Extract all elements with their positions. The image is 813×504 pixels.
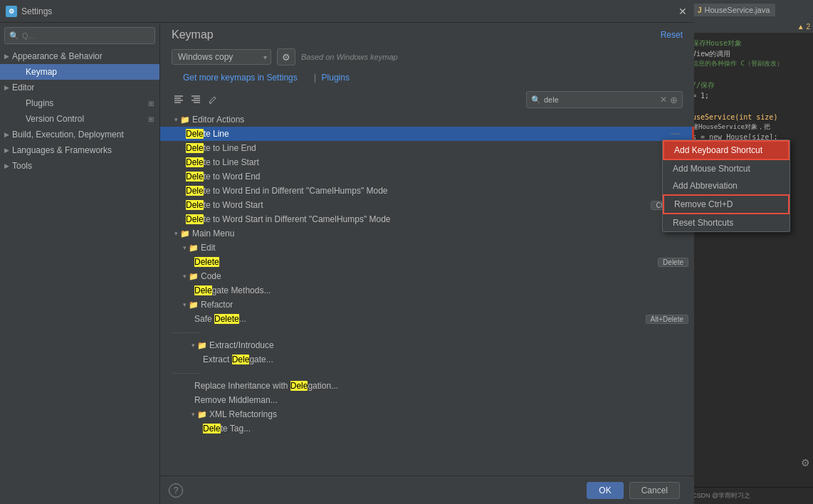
sidebar-item-appearance[interactable]: ▶ Appearance & Behavior	[0, 48, 159, 64]
tree-item-delete[interactable]: Delete Delete	[160, 255, 694, 269]
tree-item-delete-to-line-start[interactable]: Delete to Line Start	[160, 155, 694, 169]
tree-item-delete-to-word-start-camel[interactable]: Delete to Word Start in Different "Camel…	[160, 212, 694, 226]
highlight-part: Dele	[186, 143, 204, 153]
tree-group-xml-refactorings[interactable]: ▾ 📁 XML Refactorings	[160, 407, 694, 421]
ide-settings-icon[interactable]: ⚙	[801, 457, 810, 468]
tree-group-code[interactable]: ▾ 📁 Code	[160, 269, 694, 283]
title-bar: ⚙ Settings ✕	[0, 0, 694, 23]
gear-button[interactable]: ⚙	[277, 48, 295, 65]
expand-icon: ▾	[189, 342, 197, 349]
tree-item-delegate-methods[interactable]: Delegate Methods...	[160, 283, 694, 298]
tree-group-refactor[interactable]: ▾ 📁 Refactor	[160, 298, 694, 312]
search-clear-icon[interactable]: ✕	[660, 95, 667, 105]
tree-label: Main Menu	[192, 229, 688, 238]
links-separator: |	[314, 73, 316, 83]
tree-item-delete-tag[interactable]: Delete Tag...	[160, 421, 694, 436]
sidebar: 🔍 ▶ Appearance & Behavior Keymap ▶ Edito…	[0, 23, 160, 504]
warning-badge: ▲ 2	[797, 23, 810, 31]
highlight-part: Dele	[186, 186, 204, 196]
tree-item-delete-to-word-start[interactable]: Delete to Word Start Ctrl+Bac	[160, 198, 694, 212]
sidebar-item-label: Editor	[12, 83, 34, 93]
taskbar: CSDN @学而时习之	[689, 487, 813, 504]
context-menu-item-remove-ctrl-d[interactable]: Remove Ctrl+D	[663, 194, 790, 214]
expand-all-icon	[174, 95, 184, 105]
get-more-link[interactable]: Get more keymaps in Settings	[172, 71, 309, 88]
sidebar-item-keymap[interactable]: Keymap	[0, 64, 159, 80]
keymap-select[interactable]: Default Windows copy Mac OS X	[172, 49, 271, 65]
tree-label: Delete Line	[186, 129, 671, 139]
tree-container[interactable]: ▾ 📁 Editor Actions Delete Line De	[160, 111, 694, 476]
sidebar-item-label: Tools	[12, 161, 32, 171]
tree-label: Extract Delegate...	[203, 355, 688, 364]
search-external-icon[interactable]: ⊕	[670, 95, 678, 105]
tree-label: Edit	[201, 243, 688, 253]
expand-all-button[interactable]	[172, 93, 186, 107]
tree-item-safe-delete[interactable]: Safe Delete... Alt+Delete	[160, 312, 694, 326]
cancel-button[interactable]: Cancel	[629, 482, 680, 499]
tree-group-main-menu[interactable]: ▾ 📁 Main Menu	[160, 226, 694, 241]
tree-item-replace-inheritance[interactable]: Replace Inheritance with Delegation...	[160, 379, 694, 393]
highlight-part: Dele	[186, 172, 204, 182]
expand-icon: ▾	[172, 116, 180, 123]
keymap-select-wrapper[interactable]: Default Windows copy Mac OS X	[172, 49, 271, 65]
sidebar-item-label: Version Control	[26, 114, 84, 124]
context-menu-item-add-keyboard[interactable]: Add Keyboard Shortcut	[663, 140, 790, 160]
separator-1: ------------	[160, 326, 694, 338]
folder-icon: 📁	[189, 272, 199, 281]
tree-label: Delete to Line End	[186, 143, 688, 153]
collapse-all-button[interactable]	[189, 93, 203, 107]
expand-icon: ▾	[180, 301, 189, 308]
code-line-2: View的调用	[692, 48, 810, 59]
tree-label: Extract/Introduce	[209, 340, 688, 350]
sidebar-item-label: Languages & Frameworks	[12, 145, 112, 155]
java-icon: J	[698, 6, 702, 14]
tree-label: Refactor	[201, 300, 688, 310]
chevron-right-icon: ▶	[4, 147, 9, 154]
expand-icon: ▾	[180, 273, 189, 280]
tree-item-delete-line[interactable]: Delete Line	[160, 127, 694, 141]
sidebar-item-plugins[interactable]: Plugins ⊞	[0, 95, 159, 111]
sidebar-item-languages[interactable]: ▶ Languages & Frameworks	[0, 142, 159, 158]
sidebar-search-box[interactable]: 🔍	[4, 27, 155, 44]
sidebar-item-tools[interactable]: ▶ Tools	[0, 158, 159, 174]
sidebar-search-input[interactable]	[22, 31, 150, 40]
based-on-text: Based on Windows keymap	[301, 53, 398, 61]
ide-tab[interactable]: J HouseService.java	[692, 4, 775, 16]
shortcut-search-input[interactable]	[544, 95, 657, 104]
plugins-icon: ⊞	[148, 100, 154, 107]
tree-group-extract-introduce[interactable]: ▾ 📁 Extract/Introduce	[160, 338, 694, 352]
ok-button[interactable]: OK	[587, 482, 623, 499]
code-line-1: 保存House对象	[692, 38, 810, 48]
sidebar-item-build[interactable]: ▶ Build, Execution, Deployment	[0, 127, 159, 142]
sidebar-item-label: Appearance & Behavior	[12, 51, 103, 61]
close-button[interactable]: ✕	[677, 6, 688, 17]
folder-icon: 📁	[197, 341, 207, 350]
help-button[interactable]: ?	[169, 483, 183, 498]
dialog-title: Settings	[21, 6, 52, 16]
context-menu-item-add-mouse[interactable]: Add Mouse Shortcut	[663, 160, 790, 177]
svg-line-8	[214, 97, 216, 98]
tree-item-extract-delegate[interactable]: Extract Delegate...	[160, 352, 694, 367]
search-field[interactable]: 🔍 ✕ ⊕	[526, 91, 683, 108]
context-menu-item-reset-shortcuts[interactable]: Reset Shortcuts	[663, 214, 790, 231]
expand-icon: ▾	[172, 230, 180, 237]
tree-item-remove-middleman[interactable]: Remove Middleman...	[160, 393, 694, 407]
highlight-part: Dele	[186, 129, 204, 139]
sidebar-item-editor[interactable]: ▶ Editor	[0, 80, 159, 95]
edit-button[interactable]	[206, 93, 220, 107]
highlight-part: Dele	[232, 355, 250, 364]
ide-tab-label: HouseService.java	[705, 6, 770, 14]
tree-item-delete-to-word-end-camel[interactable]: Delete to Word End in Different "CamelHu…	[160, 184, 694, 198]
tree-group-edit[interactable]: ▾ 📁 Edit	[160, 241, 694, 255]
tree-group-editor-actions[interactable]: ▾ 📁 Editor Actions	[160, 112, 694, 127]
code-line-7: useService(int size)	[692, 112, 810, 122]
tree-item-delete-to-word-end[interactable]: Delete to Word End Ctrl+	[160, 169, 694, 184]
tree-item-delete-to-line-end[interactable]: Delete to Line End	[160, 141, 694, 155]
folder-icon: 📁	[189, 300, 199, 310]
code-line-6: = 1;	[692, 90, 810, 101]
search-icon: 🔍	[531, 95, 541, 105]
reset-link[interactable]: Reset	[661, 30, 683, 40]
sidebar-item-version-control[interactable]: Version Control ⊞	[0, 111, 159, 127]
context-menu-item-add-abbreviation[interactable]: Add Abbreviation	[663, 177, 790, 194]
plugins-link[interactable]: Plugins	[322, 73, 350, 83]
